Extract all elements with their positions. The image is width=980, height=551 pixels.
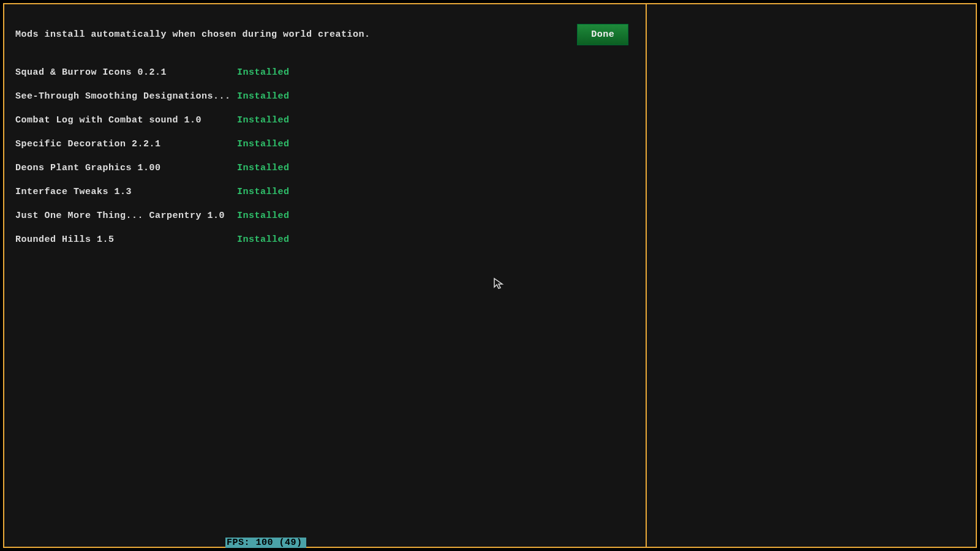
mod-row[interactable]: Just One More Thing... Carpentry 1.0 Ins… [15,211,635,221]
mod-row[interactable]: Squad & Burrow Icons 0.2.1 Installed [15,67,635,78]
mod-row[interactable]: Interface Tweaks 1.3 Installed [15,187,635,197]
mod-name: See-Through Smoothing Designations... [15,91,237,102]
mod-status: Installed [237,211,290,221]
mod-status: Installed [237,163,290,173]
mod-row[interactable]: Combat Log with Combat sound 1.0 Install… [15,115,635,126]
window-frame: Mods install automatically when chosen d… [3,3,977,548]
mod-status: Installed [237,67,290,78]
main-panel: Mods install automatically when chosen d… [4,4,647,547]
mod-status: Installed [237,139,290,149]
mod-name: Just One More Thing... Carpentry 1.0 [15,211,237,221]
mod-name: Specific Decoration 2.2.1 [15,139,237,149]
mod-name: Interface Tweaks 1.3 [15,187,237,197]
mod-row[interactable]: Specific Decoration 2.2.1 Installed [15,139,635,149]
mod-name: Deons Plant Graphics 1.00 [15,163,237,173]
mod-row[interactable]: Rounded Hills 1.5 Installed [15,234,635,245]
mod-name: Squad & Burrow Icons 0.2.1 [15,67,237,78]
mod-list: Squad & Burrow Icons 0.2.1 Installed See… [15,67,635,245]
mod-name: Combat Log with Combat sound 1.0 [15,115,237,126]
detail-panel [647,4,976,547]
info-text: Mods install automatically when chosen d… [15,29,371,40]
mod-row[interactable]: Deons Plant Graphics 1.00 Installed [15,163,635,173]
mod-row[interactable]: See-Through Smoothing Designations... In… [15,91,635,102]
mod-status: Installed [237,234,290,245]
header-row: Mods install automatically when chosen d… [15,24,635,45]
fps-display: FPS: 100 (49) [225,538,306,548]
mod-status: Installed [237,187,290,197]
mod-name: Rounded Hills 1.5 [15,234,237,245]
mod-status: Installed [237,115,290,126]
done-button[interactable]: Done [577,24,628,45]
mod-status: Installed [237,91,290,102]
